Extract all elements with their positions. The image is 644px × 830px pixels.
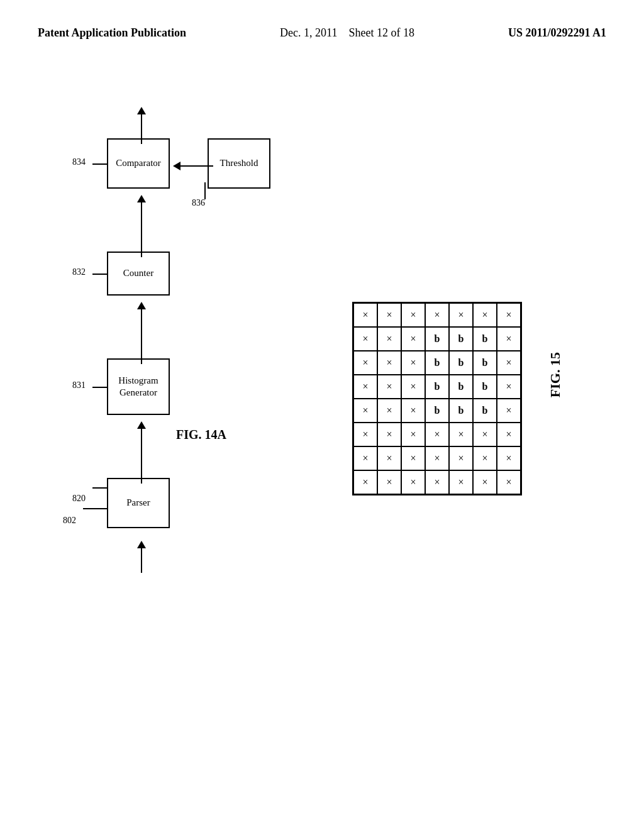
grid-cell: × (377, 470, 401, 494)
grid-cell: × (473, 423, 497, 446)
grid-cell: × (377, 446, 401, 470)
label-832: 832 (72, 267, 86, 277)
grid-cell: × (449, 446, 473, 470)
grid-cell: × (353, 399, 377, 423)
831-line (92, 387, 107, 388)
grid-cell: × (353, 327, 377, 351)
grid-cell: × (497, 470, 521, 494)
832-line (92, 274, 107, 275)
threshold-to-comparator-arrow (173, 162, 213, 170)
grid-cell: × (377, 303, 401, 327)
820-line (92, 487, 107, 489)
grid-cell: × (425, 470, 449, 494)
input-arrow (137, 541, 146, 573)
fig15-area: × × × × × × × × × × b b b × × × × b b b … (352, 302, 522, 498)
grid-cell: × (473, 446, 497, 470)
grid-cell: × (425, 423, 449, 446)
grid-cell: × (497, 303, 521, 327)
grid-cell: × (473, 470, 497, 494)
grid-cell: × (449, 470, 473, 494)
grid-cell: × (353, 375, 377, 399)
comparator-box: Comparator (107, 138, 170, 189)
counter-to-comparator-arrow (137, 195, 146, 257)
date-sheet-label: Dec. 1, 2011 Sheet 12 of 18 (280, 25, 414, 41)
label-836: 836 (192, 198, 205, 208)
834-line (92, 163, 107, 165)
grid-cell: × (377, 375, 401, 399)
grid-cell-b: b (473, 327, 497, 351)
grid-cell-b: b (449, 375, 473, 399)
histogram-box: Histogram Generator (107, 358, 170, 415)
grid-cell: × (401, 423, 425, 446)
label-834: 834 (72, 157, 86, 167)
histogram-to-counter-arrow (137, 302, 146, 364)
grid-cell-b: b (449, 351, 473, 375)
grid-cell: × (497, 446, 521, 470)
grid-cell: × (497, 423, 521, 446)
grid-cell: × (497, 375, 521, 399)
counter-box: Counter (107, 252, 170, 296)
grid-cell: × (449, 303, 473, 327)
grid-cell: × (449, 423, 473, 446)
grid-cell: × (497, 327, 521, 351)
label-820: 820 (72, 494, 86, 504)
grid-cell: × (401, 399, 425, 423)
grid-cell: × (401, 470, 425, 494)
grid-cell-b: b (449, 327, 473, 351)
fig14a-diagram: Parser Histogram Generator Counter Compa… (38, 101, 321, 616)
grid-cell-b: b (473, 375, 497, 399)
date-label: Dec. 1, 2011 (280, 26, 337, 39)
threshold-box: Threshold (208, 138, 270, 189)
grid-cell: × (377, 327, 401, 351)
grid-cell: × (401, 303, 425, 327)
grid-cell: × (401, 327, 425, 351)
grid-cell-b: b (473, 351, 497, 375)
grid-cell: × (497, 351, 521, 375)
grid-cell: × (497, 399, 521, 423)
fig15-label: FIG. 15 (547, 352, 564, 397)
sheet-label: Sheet 12 of 18 (348, 26, 414, 39)
grid-cell: × (353, 423, 377, 446)
grid-cell-b: b (425, 375, 449, 399)
grid-cell: × (425, 446, 449, 470)
grid-cell: × (353, 470, 377, 494)
label-802: 802 (63, 516, 76, 526)
publication-label: Patent Application Publication (38, 25, 186, 41)
836-line (204, 182, 206, 199)
grid-cell: × (401, 351, 425, 375)
grid-cell: × (377, 351, 401, 375)
grid-cell: × (401, 375, 425, 399)
fig15-grid: × × × × × × × × × × b b b × × × × b b b … (352, 302, 522, 495)
802-arrow (83, 508, 107, 509)
grid-cell: × (377, 423, 401, 446)
label-831: 831 (72, 380, 86, 390)
grid-cell: × (353, 351, 377, 375)
grid-cell-b: b (473, 399, 497, 423)
fig14a-label: FIG. 14A (176, 428, 226, 442)
grid-cell: × (377, 399, 401, 423)
grid-cell-b: b (449, 399, 473, 423)
grid-cell: × (353, 303, 377, 327)
parser-box: Parser (107, 478, 170, 528)
grid-cell-b: b (425, 351, 449, 375)
grid-cell-b: b (425, 327, 449, 351)
grid-cell: × (473, 303, 497, 327)
grid-cell: × (425, 303, 449, 327)
grid-cell: × (401, 446, 425, 470)
patent-number-label: US 2011/0292291 A1 (508, 25, 606, 41)
comparator-output-arrow (137, 107, 146, 144)
parser-to-histogram-arrow (137, 421, 146, 484)
grid-cell: × (353, 446, 377, 470)
grid-cell-b: b (425, 399, 449, 423)
